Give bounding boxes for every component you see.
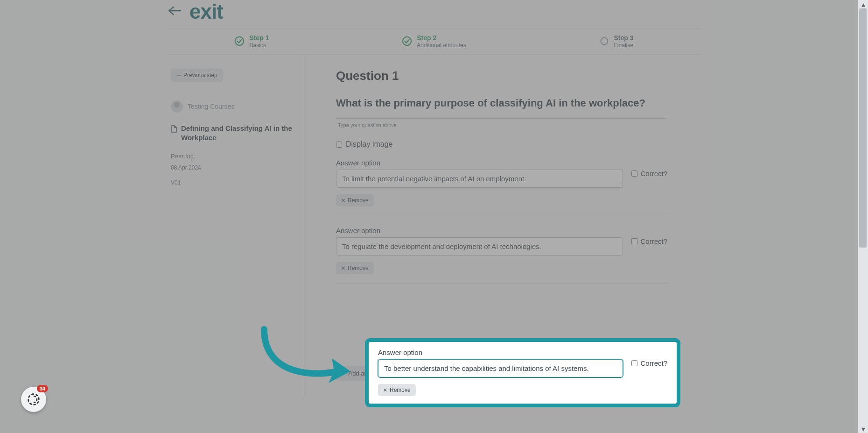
step-3[interactable]: Step 3 Finalise	[599, 34, 634, 49]
remove-answer-button[interactable]: ✕ Remove	[336, 194, 374, 206]
step-subtitle: Basics	[249, 42, 269, 49]
answer-input[interactable]	[378, 359, 623, 377]
arrow-left-icon: ←	[176, 72, 182, 78]
close-icon: ✕	[383, 387, 387, 393]
step-2[interactable]: Step 2 Additional attributes	[402, 34, 466, 49]
check-circle-icon	[234, 36, 245, 46]
scroll-up-icon[interactable]: ▴	[860, 1, 867, 7]
author-name: Testing Courses	[188, 103, 234, 110]
document-icon	[171, 124, 177, 135]
answer-block: Answer option Correct? ✕ Remove	[336, 216, 667, 284]
guide-arrow-icon	[255, 325, 353, 390]
question-text[interactable]: What is the primary purpose of classifyi…	[336, 96, 667, 119]
help-widget[interactable]: 34	[21, 387, 46, 412]
top-bar: exit	[168, 0, 700, 28]
step-subtitle: Finalise	[614, 42, 634, 49]
page-title: Question 1	[336, 69, 667, 83]
remove-label: Remove	[348, 197, 369, 204]
answer-input[interactable]	[336, 170, 623, 188]
correct-checkbox[interactable]	[631, 170, 637, 177]
correct-checkbox[interactable]	[631, 360, 637, 366]
answer-label: Answer option	[336, 159, 623, 167]
remove-answer-button[interactable]: ✕ Remove	[336, 262, 374, 274]
step-subtitle: Additional attributes	[417, 42, 466, 49]
step-1[interactable]: Step 1 Basics	[234, 34, 269, 49]
svg-point-2	[601, 38, 608, 45]
date-label: 08 Apr 2024	[171, 164, 294, 171]
step-title: Step 3	[614, 34, 634, 42]
back-arrow-icon[interactable]	[168, 6, 181, 17]
display-image-row[interactable]: Display image	[336, 140, 667, 149]
correct-checkbox[interactable]	[631, 238, 637, 244]
close-icon: ✕	[341, 265, 345, 271]
answer-label: Answer option	[378, 348, 623, 356]
question-helper: Type your question above	[338, 122, 667, 128]
correct-toggle[interactable]: Correct?	[631, 359, 667, 367]
author-row: Testing Courses	[171, 100, 294, 113]
answer-input[interactable]	[336, 237, 623, 256]
svg-point-1	[403, 37, 411, 45]
document-title: Defining and Classifying AI in the Workp…	[181, 124, 294, 143]
page-container: exit Step 1 Basics Step 2 Additional att…	[168, 0, 700, 399]
document-row: Defining and Classifying AI in the Workp…	[171, 124, 294, 143]
scroll-down-icon[interactable]: ▾	[860, 426, 867, 432]
stepper: Step 1 Basics Step 2 Additional attribut…	[168, 28, 700, 55]
answer-label: Answer option	[336, 227, 623, 234]
previous-step-button[interactable]: ← Previous step	[171, 69, 223, 82]
version-label: V01	[171, 179, 294, 186]
correct-label: Correct?	[640, 359, 667, 367]
correct-label: Correct?	[640, 237, 667, 245]
previous-step-label: Previous step	[183, 72, 217, 78]
company-label: Pear Inc.	[171, 153, 294, 160]
remove-answer-button[interactable]: ✕ Remove	[378, 384, 416, 396]
answer-block: Answer option Correct? ✕ Remove	[336, 149, 667, 216]
display-image-label: Display image	[346, 140, 392, 149]
display-image-checkbox[interactable]	[336, 142, 342, 148]
step-title: Step 1	[249, 34, 269, 42]
circle-icon	[599, 36, 609, 46]
close-icon: ✕	[341, 198, 345, 204]
brand-logo: exit	[189, 0, 223, 23]
remove-label: Remove	[348, 265, 369, 271]
correct-toggle[interactable]: Correct?	[631, 237, 667, 245]
step-title: Step 2	[417, 34, 466, 42]
scroll-thumb[interactable]	[859, 8, 867, 248]
correct-toggle[interactable]: Correct?	[631, 170, 667, 177]
remove-label: Remove	[390, 387, 411, 393]
check-circle-icon	[402, 36, 412, 46]
avatar	[171, 100, 183, 113]
svg-point-0	[235, 37, 244, 45]
spotlight-answer-block: Answer option Correct? ✕ Remove	[369, 342, 677, 404]
widget-badge: 34	[37, 385, 48, 392]
correct-label: Correct?	[640, 170, 667, 177]
